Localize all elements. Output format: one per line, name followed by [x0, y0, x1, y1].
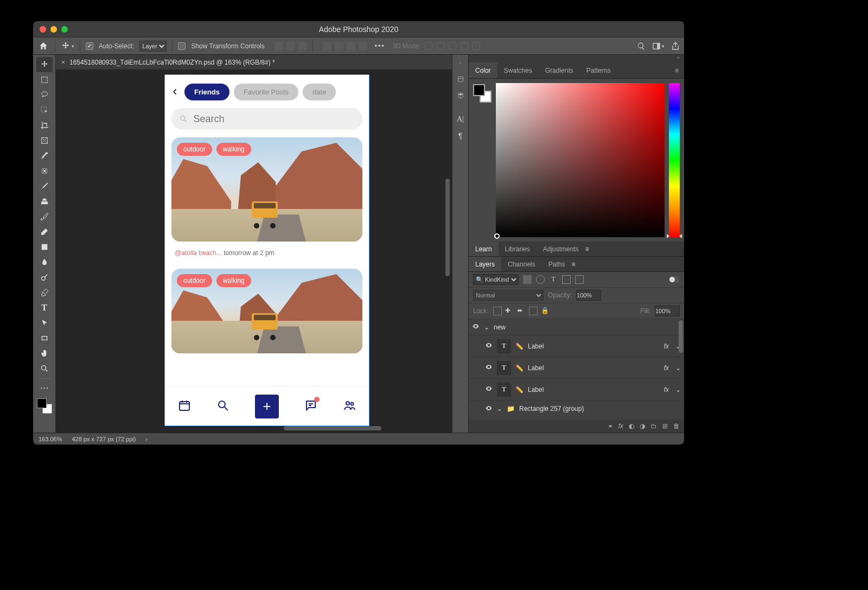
panel-menu-icon[interactable]: ≡ — [585, 245, 589, 253]
panel-menu-icon[interactable]: ≡ — [571, 261, 575, 268]
new-group-icon[interactable]: 🗀 — [650, 422, 657, 430]
edit-toolbar-icon[interactable]: ⋯ — [36, 380, 53, 395]
object-select-tool[interactable] — [36, 103, 53, 118]
color-swatches[interactable] — [37, 398, 52, 414]
search-icon[interactable] — [637, 42, 646, 50]
filter-favorite[interactable]: Favorite Posts — [234, 84, 298, 100]
artboard[interactable]: Friends Favorite Posts date — [164, 74, 369, 426]
filter-smart-icon[interactable] — [575, 275, 584, 284]
nav-chat-icon[interactable] — [304, 399, 317, 414]
close-tab-icon[interactable]: × — [61, 59, 65, 66]
doc-info[interactable]: 428 px x 727 px (72 ppi) — [72, 436, 136, 442]
panel-menu-icon[interactable]: ≡ — [669, 67, 684, 74]
expand-icon[interactable]: ⌄ — [484, 323, 489, 331]
eraser-tool[interactable] — [36, 224, 53, 239]
layer-item[interactable]: T ✏️ Label fx⌄ — [469, 335, 684, 357]
blend-mode-select[interactable]: Normal — [473, 290, 544, 301]
workspace-switcher[interactable]: ▾ — [652, 42, 665, 50]
lock-nest-icon[interactable] — [529, 307, 538, 315]
canvas-scrollbar-vertical[interactable] — [445, 179, 450, 276]
show-transform-checkbox[interactable] — [178, 42, 186, 50]
history-brush-tool[interactable] — [36, 209, 53, 224]
search-input[interactable] — [194, 113, 355, 125]
align-left-icon[interactable] — [275, 42, 283, 50]
3d-panel-icon[interactable] — [452, 87, 468, 104]
hand-tool[interactable] — [36, 346, 53, 361]
tab-learn[interactable]: Learn — [469, 242, 499, 256]
filter-type-icon[interactable]: T — [549, 275, 558, 284]
nav-add-button[interactable]: + — [255, 395, 279, 418]
lock-artboard-icon[interactable]: ⬌ — [517, 307, 526, 315]
healing-brush-tool[interactable] — [36, 163, 53, 179]
visibility-icon[interactable] — [485, 385, 493, 394]
tab-adjustments[interactable]: Adjustments — [537, 242, 585, 256]
tag-outdoor[interactable]: outdoor — [177, 274, 212, 287]
fx-badge[interactable]: fx — [664, 386, 669, 394]
canvas-scrollbar-horizontal[interactable] — [284, 426, 381, 430]
filter-toggle[interactable] — [669, 276, 680, 283]
tab-layers[interactable]: Layers — [469, 257, 501, 271]
history-panel-icon[interactable] — [452, 71, 468, 87]
tab-color[interactable]: Color — [469, 62, 497, 78]
layer-group[interactable]: ⌄ 📁 Rectangle 257 (group) — [469, 401, 684, 417]
zoom-value[interactable]: 163.06% — [39, 436, 62, 442]
nav-people-icon[interactable] — [343, 399, 356, 414]
layer-item[interactable]: T ✏️ Label fx⌄ — [469, 379, 684, 401]
tag-walking[interactable]: walking — [216, 143, 251, 156]
tag-walking[interactable]: walking — [216, 274, 251, 287]
minimize-window-button[interactable] — [50, 26, 57, 33]
paragraph-panel-icon[interactable]: ¶ — [452, 128, 468, 144]
gradient-tool[interactable] — [36, 239, 53, 255]
link-layers-icon[interactable]: ⚭ — [608, 422, 613, 430]
layer-filter-kind[interactable]: 🔍 KindKind — [473, 274, 519, 285]
opacity-input[interactable] — [576, 290, 601, 301]
filter-date[interactable]: date — [303, 84, 336, 100]
doc-info-caret-icon[interactable]: › — [145, 436, 148, 442]
adjustment-layer-icon[interactable]: ◑ — [640, 422, 645, 430]
lock-position-icon[interactable]: ✚ — [505, 307, 514, 315]
auto-select-checkbox[interactable] — [86, 42, 93, 50]
visibility-icon[interactable] — [485, 404, 493, 414]
brush-tool[interactable] — [36, 179, 53, 194]
frame-tool[interactable] — [36, 133, 53, 148]
move-tool-indicator[interactable]: ▾ — [61, 41, 74, 51]
close-window-button[interactable] — [40, 26, 46, 33]
eyedropper-tool[interactable] — [36, 148, 53, 163]
rectangle-tool[interactable] — [36, 331, 53, 346]
tab-patterns[interactable]: Patterns — [580, 62, 617, 78]
auto-select-target-select[interactable]: Layer — [139, 41, 167, 52]
nav-calendar-icon[interactable] — [178, 399, 191, 414]
fx-badge[interactable]: fx — [664, 342, 669, 350]
filter-friends[interactable]: Friends — [184, 84, 229, 100]
path-select-tool[interactable] — [36, 315, 53, 331]
caption-handle[interactable]: @atolla beach... — [175, 249, 222, 257]
lock-all-icon[interactable]: 🔒 — [541, 307, 550, 315]
move-tool[interactable] — [36, 57, 53, 72]
align-top-icon[interactable] — [323, 42, 331, 50]
document-tab[interactable]: 1654518080933_TdiEmLcLbFcaTi0RdM0ZYn.psd… — [69, 59, 275, 66]
blur-tool[interactable] — [36, 255, 53, 270]
dodge-tool[interactable] — [36, 270, 53, 285]
share-icon[interactable] — [671, 42, 680, 50]
lasso-tool[interactable] — [36, 87, 53, 103]
home-button[interactable] — [37, 40, 49, 52]
tab-gradients[interactable]: Gradients — [539, 62, 580, 78]
tab-paths[interactable]: Paths — [542, 257, 572, 271]
expand-icon[interactable]: ⌄ — [497, 405, 502, 413]
layers-scrollbar[interactable] — [679, 320, 683, 353]
clone-stamp-tool[interactable] — [36, 194, 53, 209]
hue-slider[interactable] — [669, 83, 680, 237]
visibility-icon[interactable] — [485, 363, 493, 372]
nav-search-icon[interactable] — [216, 399, 229, 414]
tab-channels[interactable]: Channels — [501, 257, 542, 271]
pen-tool[interactable] — [36, 285, 53, 300]
align-bottom-icon[interactable] — [347, 42, 355, 50]
layer-fx-icon[interactable]: fx — [618, 422, 623, 430]
align-middle-icon[interactable] — [335, 42, 343, 50]
distribute-icon[interactable] — [359, 42, 367, 50]
saturation-box[interactable] — [496, 83, 665, 237]
layer-mask-icon[interactable]: ◐ — [629, 422, 634, 430]
visibility-icon[interactable] — [472, 322, 480, 332]
lock-pixels-icon[interactable] — [493, 307, 502, 315]
canvas[interactable]: Friends Favorite Posts date — [56, 70, 452, 433]
